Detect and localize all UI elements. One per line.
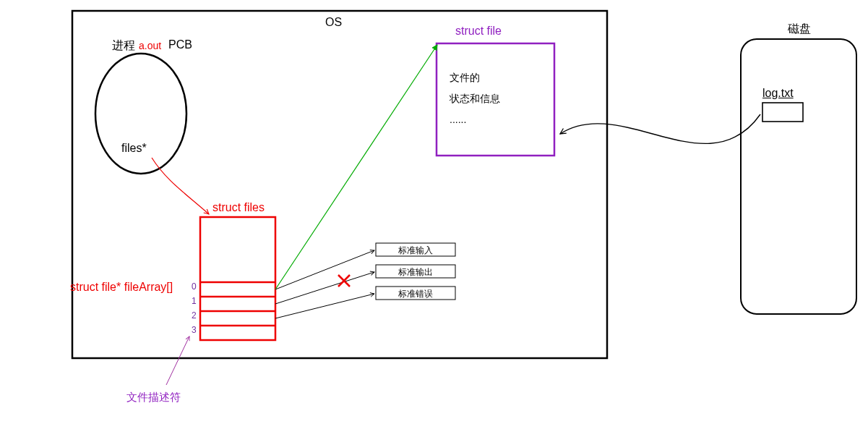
struct-files-box — [200, 217, 275, 340]
index-3: 3 — [192, 325, 197, 335]
index-1: 1 — [192, 296, 197, 306]
arrow-filesptr-to-struct — [152, 158, 209, 214]
stdin-label: 标准输入 — [398, 245, 433, 257]
svg-rect-0 — [200, 217, 275, 340]
arrow-disk-to-structfile — [560, 114, 760, 143]
disk-box — [741, 39, 856, 314]
file-info-3: ...... — [450, 114, 466, 125]
disk-title: 磁盘 — [788, 22, 811, 37]
arrow-fd2-stderr — [275, 294, 374, 318]
aout-label: a.out — [139, 40, 161, 51]
files-ptr-label: files* — [121, 142, 147, 155]
arrow-fd0-stdin — [275, 250, 374, 289]
index-2: 2 — [192, 310, 197, 321]
os-title: OS — [325, 16, 342, 29]
log-file-label: log.txt — [762, 87, 794, 100]
arrow-fd1-stdout — [275, 272, 374, 304]
struct-files-label: struct files — [212, 201, 265, 214]
stderr-label: 标准错误 — [398, 288, 433, 300]
struct-file-label: struct file — [455, 25, 502, 38]
log-file-box — [762, 103, 803, 122]
os-box — [72, 11, 607, 358]
index-0: 0 — [192, 281, 197, 292]
fd-label: 文件描述符 — [126, 391, 181, 404]
stdout-label: 标准输出 — [398, 266, 433, 279]
file-info-1: 文件的 — [450, 72, 480, 85]
process-label: 进程 — [112, 38, 135, 54]
pcb-ellipse — [95, 54, 186, 174]
file-info-2: 状态和信息 — [450, 93, 500, 106]
arrow-fd-label — [166, 336, 189, 385]
file-array-label: struct file* fileArray[] — [70, 281, 173, 294]
pcb-label: PCB — [168, 38, 192, 51]
